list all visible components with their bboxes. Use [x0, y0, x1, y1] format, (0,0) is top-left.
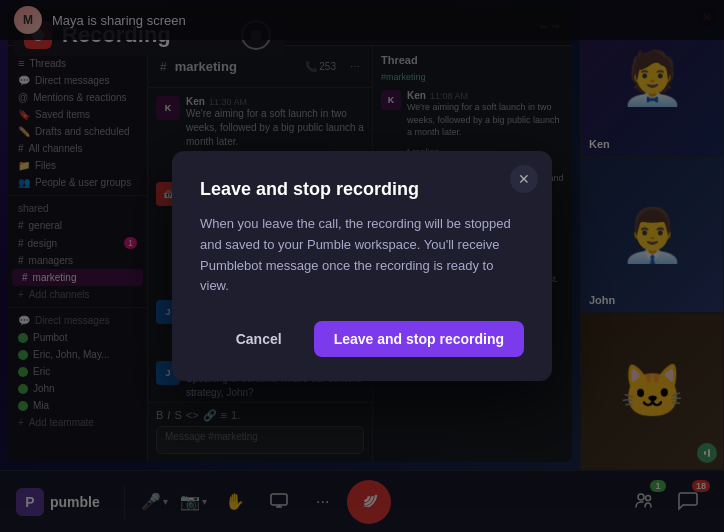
modal-actions: Cancel Leave and stop recording	[200, 321, 524, 357]
leave-stop-recording-button[interactable]: Leave and stop recording	[314, 321, 524, 357]
modal-title: Leave and stop recording	[200, 179, 524, 200]
modal-overlay: ✕ Leave and stop recording When you leav…	[0, 0, 724, 532]
modal-close-button[interactable]: ✕	[510, 165, 538, 193]
modal-body: When you leave the call, the recording w…	[200, 214, 524, 297]
cancel-button[interactable]: Cancel	[216, 321, 302, 357]
leave-stop-recording-modal: ✕ Leave and stop recording When you leav…	[172, 151, 552, 381]
